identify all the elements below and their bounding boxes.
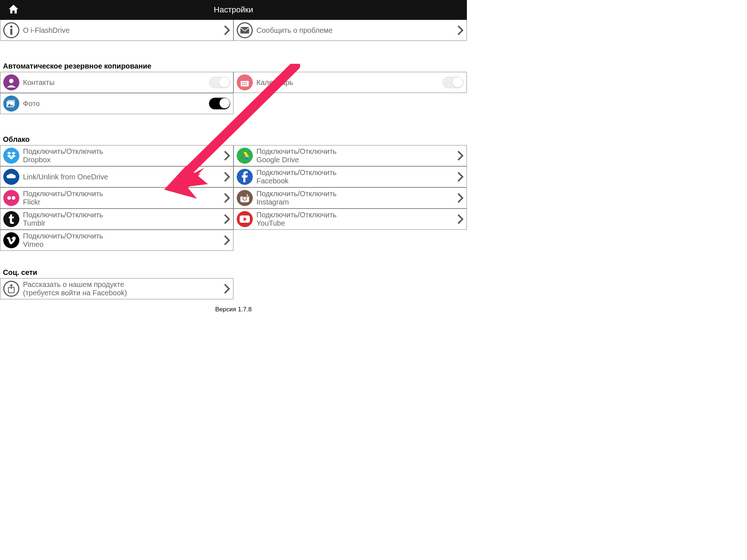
cloud-flickr-label: Подключить/Отключить Flickr <box>23 190 220 206</box>
cloud-flickr-cell[interactable]: Подключить/Отключить Flickr <box>0 187 233 209</box>
contact-icon <box>3 74 19 90</box>
cloud-gdrive-label: Подключить/Отключить Google Drive <box>256 147 453 164</box>
cloud-dropbox-cell[interactable]: Подключить/Отключить Dropbox <box>0 145 233 166</box>
svg-rect-9 <box>242 84 243 85</box>
social-section-title: Соц. сети <box>0 265 467 278</box>
report-problem-cell[interactable]: Сообщить о проблеме <box>233 20 467 41</box>
vimeo-icon <box>3 232 19 248</box>
cloud-facebook-cell[interactable]: Подключить/Отключить Facebook <box>233 166 467 187</box>
about-label: О i-FlashDrive <box>23 26 220 35</box>
facebook-icon <box>237 169 253 185</box>
cloud-instagram-label: Подключить/Отключить Instagram <box>256 190 453 206</box>
cloud-section-title: Облако <box>0 132 467 145</box>
chevron-right-icon <box>224 192 230 203</box>
backup-photo-label: Фото <box>23 100 205 108</box>
cloud-youtube-cell[interactable]: Подключить/Отключить YouTube <box>233 209 467 230</box>
social-share-label: Рассказать о нашем продукте (требуется в… <box>23 280 220 297</box>
report-label: Сообщить о проблеме <box>256 26 453 35</box>
photo-toggle[interactable] <box>209 98 230 109</box>
svg-point-15 <box>12 196 15 200</box>
cloud-vimeo-label: Подключить/Отключить Vimeo <box>23 232 220 249</box>
svg-rect-6 <box>242 82 243 83</box>
chevron-right-icon <box>457 192 464 203</box>
share-icon <box>3 281 19 297</box>
instagram-icon <box>237 190 253 206</box>
chevron-right-icon <box>457 25 464 36</box>
chevron-right-icon <box>224 235 230 246</box>
youtube-icon <box>237 211 253 227</box>
cloud-tumblr-label: Подключить/Отключить Tumblr <box>23 211 220 228</box>
cloud-facebook-label: Подключить/Отключить Facebook <box>256 168 453 185</box>
onedrive-icon <box>3 169 19 185</box>
backup-calendar-label: Календарь <box>256 78 439 87</box>
photo-icon <box>3 96 19 112</box>
chevron-right-icon <box>224 283 230 294</box>
cloud-instagram-cell[interactable]: Подключить/Отключить Instagram <box>233 187 467 209</box>
svg-rect-10 <box>244 84 245 85</box>
svg-rect-11 <box>245 84 247 85</box>
svg-point-3 <box>9 79 13 83</box>
info-icon <box>3 22 19 38</box>
google-drive-icon <box>237 148 253 164</box>
cloud-dropbox-label: Подключить/Отключить Dropbox <box>23 147 220 164</box>
dropbox-icon <box>3 148 19 164</box>
chevron-right-icon <box>224 150 230 161</box>
backup-contacts-cell[interactable]: Контакты <box>0 72 233 93</box>
cloud-vimeo-cell[interactable]: Подключить/Отключить Vimeo <box>0 230 233 251</box>
svg-rect-2 <box>240 27 249 34</box>
svg-rect-5 <box>241 79 249 81</box>
backup-photo-cell[interactable]: Фото <box>0 93 233 114</box>
chevron-right-icon <box>224 171 230 182</box>
home-button[interactable] <box>8 4 19 16</box>
cloud-onedrive-label: Link/Unlink from OneDrive <box>23 173 220 181</box>
calendar-toggle[interactable] <box>442 77 464 88</box>
app-header: Настройки <box>0 0 467 20</box>
svg-point-19 <box>243 197 246 200</box>
about-cell[interactable]: О i-FlashDrive <box>0 20 233 41</box>
svg-point-0 <box>10 26 12 28</box>
svg-rect-8 <box>245 82 247 83</box>
cloud-gdrive-cell[interactable]: Подключить/Отключить Google Drive <box>233 145 467 166</box>
svg-rect-1 <box>10 29 12 35</box>
chevron-right-icon <box>457 171 464 182</box>
svg-point-20 <box>247 194 248 196</box>
svg-rect-7 <box>244 82 245 83</box>
calendar-icon <box>237 74 253 90</box>
flickr-icon <box>3 190 19 206</box>
chevron-right-icon <box>457 150 464 161</box>
social-share-cell[interactable]: Рассказать о нашем продукте (требуется в… <box>0 278 233 299</box>
version-label: Версия 1.7.8 <box>0 299 467 313</box>
page-title: Настройки <box>214 5 253 15</box>
contacts-toggle[interactable] <box>209 77 230 88</box>
backup-calendar-cell[interactable]: Календарь <box>233 72 467 93</box>
cloud-youtube-label: Подключить/Отключить YouTube <box>256 211 453 228</box>
chevron-right-icon <box>224 25 230 36</box>
backup-section-title: Автоматическое резервное копирование <box>0 59 467 72</box>
chevron-right-icon <box>457 214 464 225</box>
chevron-right-icon <box>224 214 230 225</box>
mail-icon <box>237 22 253 38</box>
tumblr-icon <box>3 211 19 227</box>
top-row: О i-FlashDrive Сообщить о проблеме <box>0 20 467 41</box>
backup-contacts-label: Контакты <box>23 78 205 87</box>
cloud-tumblr-cell[interactable]: Подключить/Отключить Tumblr <box>0 209 233 230</box>
cloud-onedrive-cell[interactable]: Link/Unlink from OneDrive <box>0 166 233 187</box>
svg-point-14 <box>7 196 11 200</box>
